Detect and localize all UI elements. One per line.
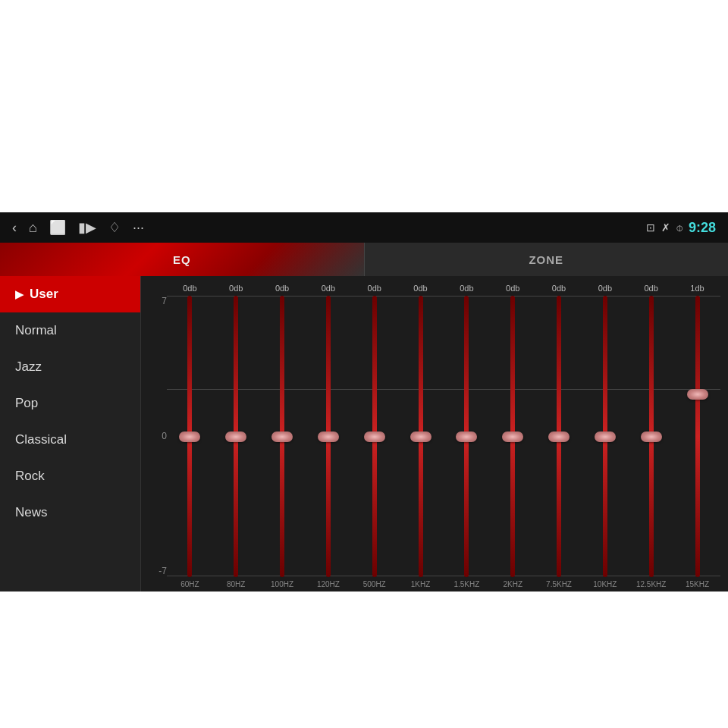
slider-handle-5[interactable] bbox=[410, 431, 431, 442]
slider-track-container-8 bbox=[538, 296, 580, 577]
slider-label-11: 15KHZ bbox=[686, 577, 709, 592]
eq-slider-col-6: 1.5KHZ bbox=[445, 296, 488, 592]
slider-track-8 bbox=[557, 296, 561, 577]
eq-scale: 7 0 -7 bbox=[149, 296, 167, 592]
nav-icons: ‹ ⌂ ⬜ ▮▶ ♢ ··· bbox=[12, 219, 144, 236]
eq-slider-col-2: 100HZ bbox=[261, 296, 303, 592]
eq-value-7: 0db bbox=[491, 284, 534, 293]
slider-track-6 bbox=[464, 296, 469, 577]
slider-track-1 bbox=[234, 296, 238, 577]
eq-value-6: 0db bbox=[445, 284, 488, 293]
slider-track-container-6 bbox=[445, 296, 488, 577]
slider-handle-8[interactable] bbox=[548, 431, 570, 442]
slider-track-4 bbox=[372, 296, 377, 577]
slider-track-5 bbox=[419, 296, 423, 577]
home-icon[interactable]: ⌂ bbox=[29, 220, 37, 236]
eq-values-row: 0db0db0db0db0db0db0db0db0db0db0db1db bbox=[149, 284, 720, 293]
eq-sliders: 60HZ80HZ100HZ120HZ500HZ1KHZ1.5KHZ2KHZ7.5… bbox=[167, 296, 720, 592]
slider-track-container-11 bbox=[676, 296, 719, 577]
eq-area: 0db0db0db0db0db0db0db0db0db0db0db1db 7 0… bbox=[141, 276, 728, 592]
slider-label-5: 1KHZ bbox=[411, 577, 431, 592]
main-content: ▶ User Normal Jazz Pop Classical Rock Ne… bbox=[0, 276, 728, 592]
slider-track-11 bbox=[695, 296, 700, 577]
cast-icon: ⊡ bbox=[646, 221, 655, 234]
bluetooth-icon: ✗ bbox=[661, 221, 670, 234]
slider-track-container-7 bbox=[491, 296, 534, 577]
tab-zone[interactable]: ZONE bbox=[364, 243, 729, 276]
recents-icon[interactable]: ⬜ bbox=[49, 219, 66, 236]
wifi-icon: ⌽ bbox=[676, 221, 682, 234]
slider-handle-9[interactable] bbox=[595, 431, 616, 442]
slider-label-4: 500HZ bbox=[363, 577, 386, 592]
time-display: 9:28 bbox=[689, 220, 716, 236]
slider-track-container-1 bbox=[215, 296, 257, 577]
eq-slider-col-4: 500HZ bbox=[353, 296, 396, 592]
sidebar-item-normal[interactable]: Normal bbox=[0, 312, 140, 349]
sidebar-item-pop[interactable]: Pop bbox=[0, 385, 140, 422]
slider-track-9 bbox=[603, 296, 607, 577]
eq-grid: 7 0 -7 60HZ80HZ100HZ120HZ500HZ1KHZ1.5KHZ… bbox=[149, 296, 720, 592]
eq-value-0: 0db bbox=[168, 284, 211, 293]
status-bar: ‹ ⌂ ⬜ ▮▶ ♢ ··· ⊡ ✗ ⌽ 9:28 bbox=[0, 212, 728, 243]
eq-slider-col-5: 1KHZ bbox=[400, 296, 442, 592]
eq-value-10: 0db bbox=[630, 284, 673, 293]
eq-slider-col-9: 10KHZ bbox=[584, 296, 626, 592]
slider-label-10: 12.5KHZ bbox=[636, 577, 666, 592]
back-icon[interactable]: ‹ bbox=[12, 220, 17, 236]
slider-handle-11[interactable] bbox=[687, 389, 708, 400]
eq-slider-col-7: 2KHZ bbox=[491, 296, 534, 592]
eq-value-8: 0db bbox=[538, 284, 580, 293]
slider-handle-3[interactable] bbox=[318, 431, 339, 442]
sidebar-item-classical[interactable]: Classical bbox=[0, 422, 140, 458]
slider-track-container-4 bbox=[353, 296, 396, 577]
slider-label-9: 10KHZ bbox=[593, 577, 617, 592]
slider-handle-4[interactable] bbox=[364, 431, 385, 442]
slider-handle-2[interactable] bbox=[271, 431, 293, 442]
sidebar: ▶ User Normal Jazz Pop Classical Rock Ne… bbox=[0, 276, 141, 592]
slider-track-container-9 bbox=[584, 296, 626, 577]
sidebar-item-rock[interactable]: Rock bbox=[0, 458, 140, 494]
eq-value-4: 0db bbox=[353, 284, 396, 293]
eq-slider-col-0: 60HZ bbox=[168, 296, 211, 592]
slider-track-container-3 bbox=[307, 296, 350, 577]
slider-track-container-2 bbox=[261, 296, 303, 577]
more-icon[interactable]: ··· bbox=[133, 220, 144, 236]
slider-label-2: 100HZ bbox=[271, 577, 293, 592]
slider-handle-10[interactable] bbox=[641, 431, 662, 442]
sidebar-item-jazz[interactable]: Jazz bbox=[0, 349, 140, 385]
bag-icon[interactable]: ♢ bbox=[108, 219, 121, 236]
slider-handle-6[interactable] bbox=[456, 431, 477, 442]
slider-label-6: 1.5KHZ bbox=[453, 577, 479, 592]
slider-handle-0[interactable] bbox=[179, 431, 200, 442]
eq-value-2: 0db bbox=[261, 284, 303, 293]
device-frame: ‹ ⌂ ⬜ ▮▶ ♢ ··· ⊡ ✗ ⌽ 9:28 EQ ZONE ▶ User bbox=[0, 212, 728, 592]
eq-slider-col-1: 80HZ bbox=[215, 296, 257, 592]
slider-handle-7[interactable] bbox=[502, 431, 523, 442]
sidebar-item-news[interactable]: News bbox=[0, 494, 140, 531]
slider-label-1: 80HZ bbox=[227, 577, 245, 592]
sidebar-item-user[interactable]: ▶ User bbox=[0, 276, 140, 312]
play-icon: ▶ bbox=[15, 288, 24, 300]
eq-value-3: 0db bbox=[307, 284, 350, 293]
slider-track-container-0 bbox=[168, 296, 211, 577]
eq-value-5: 0db bbox=[400, 284, 442, 293]
slider-track-7 bbox=[510, 296, 515, 577]
tab-eq[interactable]: EQ bbox=[0, 243, 364, 276]
tabs: EQ ZONE bbox=[0, 243, 728, 276]
status-icons: ⊡ ✗ ⌽ 9:28 bbox=[646, 220, 716, 236]
slider-track-container-10 bbox=[630, 296, 673, 577]
slider-track-container-5 bbox=[400, 296, 442, 577]
slider-track-0 bbox=[187, 296, 192, 577]
slider-track-2 bbox=[280, 296, 284, 577]
slider-label-8: 7.5KHZ bbox=[546, 577, 572, 592]
slider-label-3: 120HZ bbox=[317, 577, 340, 592]
eq-value-1: 0db bbox=[215, 284, 257, 293]
camera-icon[interactable]: ▮▶ bbox=[78, 219, 96, 236]
slider-handle-1[interactable] bbox=[225, 431, 246, 442]
eq-value-11: 1db bbox=[676, 284, 719, 293]
eq-slider-col-3: 120HZ bbox=[307, 296, 350, 592]
eq-slider-col-11: 15KHZ bbox=[676, 296, 719, 592]
slider-track-3 bbox=[326, 296, 331, 577]
slider-track-10 bbox=[649, 296, 654, 577]
eq-slider-col-8: 7.5KHZ bbox=[538, 296, 580, 592]
